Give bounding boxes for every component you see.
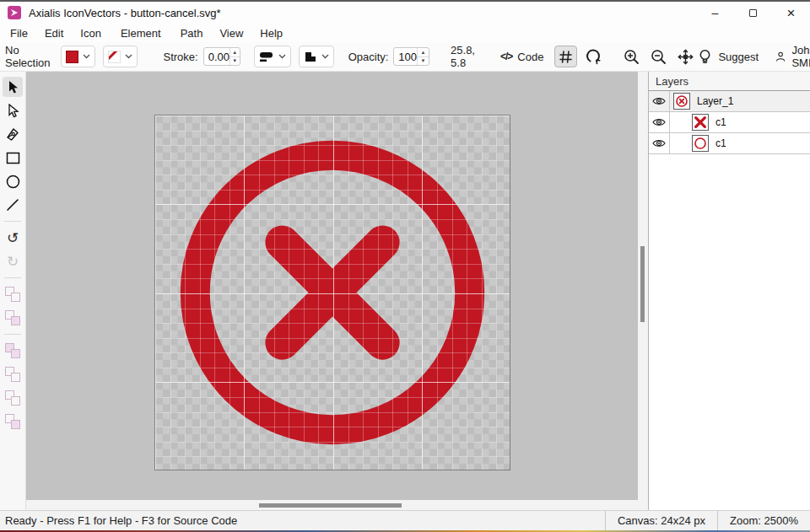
- status-right: Canvas: 24x24 px Zoom: 2500%: [605, 511, 810, 530]
- spin-up-icon[interactable]: ▲: [418, 48, 429, 57]
- horizontal-scrollbar[interactable]: [26, 500, 638, 510]
- exclude-button[interactable]: [3, 411, 23, 432]
- spinner-arrows[interactable]: ▲ ▼: [230, 48, 240, 65]
- visibility-toggle[interactable]: [649, 133, 670, 153]
- visibility-toggle[interactable]: [649, 91, 670, 111]
- menu-help[interactable]: Help: [251, 25, 291, 41]
- user-name: John SMITH: [791, 44, 810, 69]
- send-backward-button[interactable]: [3, 308, 23, 328]
- ellipse-icon: [6, 175, 20, 189]
- layer-row-c1-x[interactable]: c1: [649, 112, 810, 133]
- zoom-out-button[interactable]: [646, 46, 671, 67]
- selection-status: No Selection: [5, 44, 50, 69]
- rotate-view-button[interactable]: [581, 46, 606, 67]
- stroke-label: Stroke:: [163, 51, 197, 63]
- menu-edit[interactable]: Edit: [36, 25, 72, 41]
- layer-thumbnail: [692, 135, 709, 152]
- intersect-icon: [5, 390, 20, 406]
- toolbar: No Selection Stroke: 0.00 ▲ ▼ Opacity: 1…: [0, 42, 810, 72]
- layer-name: c1: [716, 116, 726, 128]
- vertical-scrollbar[interactable]: [638, 72, 648, 510]
- redo-button[interactable]: ↻: [3, 251, 23, 271]
- spin-down-icon[interactable]: ▼: [230, 57, 240, 66]
- menu-file[interactable]: File: [2, 25, 36, 41]
- line-cap-dropdown[interactable]: [254, 46, 291, 67]
- spin-down-icon[interactable]: ▼: [418, 57, 429, 66]
- user-account-button[interactable]: John SMITH: [775, 44, 810, 69]
- spin-up-icon[interactable]: ▲: [230, 48, 240, 57]
- stroke-color-swatch: [108, 51, 121, 63]
- zoom-in-button[interactable]: [619, 46, 644, 67]
- ellipse-tool[interactable]: [3, 171, 23, 191]
- tool-rail: ↺ ↻: [0, 72, 26, 510]
- undo-button[interactable]: ↺: [3, 228, 23, 248]
- cancel-icon-artwork: [155, 116, 510, 470]
- undo-icon: ↺: [7, 231, 19, 245]
- menu-path[interactable]: Path: [172, 25, 212, 41]
- center-view-icon: [678, 49, 694, 65]
- overlap-squares-icon: [5, 287, 20, 302]
- direct-select-arrow-icon: [6, 104, 19, 118]
- menu-element[interactable]: Element: [110, 25, 172, 41]
- line-join-dropdown[interactable]: [299, 46, 334, 67]
- opacity-spinner[interactable]: 100 ▲ ▼: [393, 47, 429, 66]
- intersect-button[interactable]: [3, 388, 23, 408]
- maximize-icon: [749, 9, 757, 17]
- person-icon: [775, 49, 786, 64]
- suggest-button[interactable]: Suggest: [698, 49, 759, 65]
- pen-tool[interactable]: [3, 124, 23, 144]
- eye-icon: [652, 117, 666, 127]
- union-button[interactable]: [3, 341, 23, 361]
- stroke-color-dropdown[interactable]: [103, 46, 138, 67]
- close-button[interactable]: ×: [772, 2, 810, 24]
- eye-icon: [652, 96, 666, 106]
- rail-separator: [4, 221, 21, 222]
- chevron-down-icon: [125, 54, 132, 59]
- canvas-size-info: Canvas: 24x24 px: [605, 511, 717, 530]
- menu-icon[interactable]: Icon: [72, 25, 110, 41]
- center-view-button[interactable]: [673, 46, 698, 67]
- maximize-button[interactable]: [734, 2, 772, 24]
- stroke-width-value: 0.00: [204, 48, 230, 65]
- code-button[interactable]: </> Code: [496, 46, 548, 67]
- zoom-level-info: Zoom: 2500%: [717, 511, 810, 530]
- line-tool[interactable]: [3, 195, 23, 215]
- direct-select-tool[interactable]: [3, 100, 23, 121]
- fill-color-dropdown[interactable]: [61, 46, 95, 67]
- stroke-width-spinner[interactable]: 0.00 ▲ ▼: [203, 47, 240, 66]
- rail-separator: [4, 277, 21, 278]
- grid-toggle-button[interactable]: [554, 46, 577, 67]
- cursor-coordinates: 25.8, 5.8: [451, 44, 475, 69]
- app-logo-icon: [8, 6, 21, 19]
- redo-icon: ↻: [7, 255, 19, 269]
- eye-icon: [652, 138, 666, 148]
- rectangle-tool[interactable]: [3, 148, 23, 168]
- exclude-icon: [5, 414, 20, 429]
- opacity-value: 100: [394, 48, 417, 65]
- bring-forward-button[interactable]: [3, 284, 23, 304]
- layers-panel-title: Layers: [649, 72, 810, 90]
- subtract-button[interactable]: [3, 364, 23, 384]
- line-join-icon: [304, 51, 317, 63]
- line-icon: [6, 198, 19, 212]
- suggest-label: Suggest: [718, 51, 759, 63]
- select-tool[interactable]: [3, 77, 23, 97]
- grid-icon: [559, 51, 572, 63]
- horizontal-scrollbar-thumb[interactable]: [259, 503, 402, 508]
- layer-row-layer1[interactable]: Layer_1: [649, 91, 810, 112]
- code-label: Code: [517, 51, 543, 63]
- layer-row-c1-circle[interactable]: c1: [649, 133, 810, 154]
- minimize-button[interactable]: –: [696, 2, 734, 24]
- select-arrow-icon: [6, 80, 19, 94]
- layer-name: c1: [716, 137, 726, 149]
- menu-view[interactable]: View: [211, 25, 251, 41]
- workspace[interactable]: [26, 72, 638, 500]
- canvas[interactable]: [154, 115, 510, 470]
- layer-thumbnail: [692, 114, 709, 131]
- vertical-scrollbar-thumb[interactable]: [640, 246, 645, 322]
- window-controls: – ×: [696, 2, 810, 24]
- visibility-toggle[interactable]: [649, 112, 670, 132]
- spinner-arrows[interactable]: ▲ ▼: [417, 48, 429, 65]
- subtract-icon: [5, 367, 20, 382]
- fill-color-swatch: [66, 51, 78, 63]
